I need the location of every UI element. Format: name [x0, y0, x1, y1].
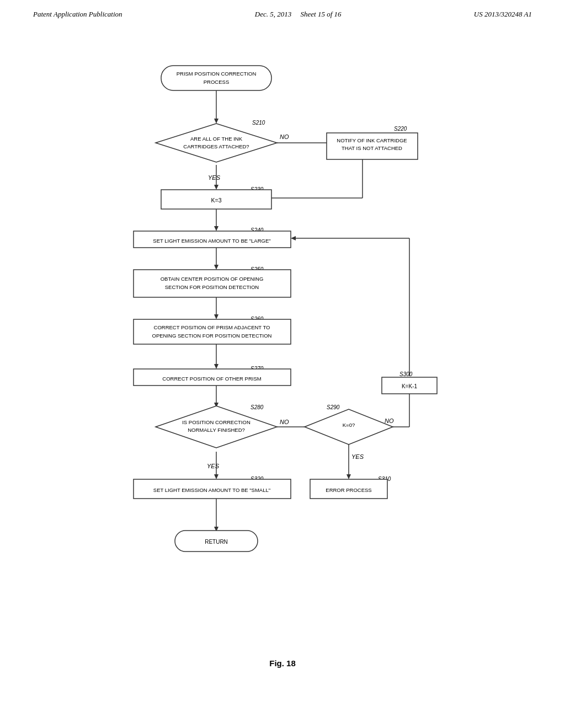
svg-text:NORMALLY FINISHED?: NORMALLY FINISHED? — [188, 427, 245, 433]
svg-marker-13 — [214, 314, 218, 319]
svg-text:OBTAIN CENTER POSITION OF OPEN: OBTAIN CENTER POSITION OF OPENING — [161, 276, 264, 282]
svg-text:YES: YES — [208, 174, 221, 181]
svg-rect-58 — [134, 270, 291, 297]
svg-marker-6 — [358, 141, 363, 145]
header-center: Dec. 5, 2013 Sheet 15 of 16 — [255, 10, 342, 19]
svg-text:S230: S230 — [250, 186, 264, 192]
svg-marker-17 — [214, 403, 218, 408]
svg-rect-82 — [175, 531, 258, 552]
svg-text:SET LIGHT EMISSION AMOUNT TO B: SET LIGHT EMISSION AMOUNT TO BE "SMALL" — [153, 487, 270, 493]
svg-text:IS POSITION CORRECTION: IS POSITION CORRECTION — [182, 419, 250, 425]
main-content: YES NO YES — [0, 19, 565, 690]
svg-text:S250: S250 — [250, 266, 264, 272]
svg-marker-26 — [407, 380, 412, 385]
svg-marker-22 — [319, 425, 324, 429]
svg-rect-52 — [161, 190, 271, 209]
svg-text:NO: NO — [280, 133, 289, 140]
svg-text:S220: S220 — [394, 126, 407, 132]
svg-rect-62 — [134, 319, 291, 344]
svg-text:S260: S260 — [250, 316, 264, 322]
svg-rect-77 — [134, 479, 291, 499]
svg-text:K=K-1: K=K-1 — [402, 383, 418, 389]
svg-text:PRISM POSITION CORRECTION: PRISM POSITION CORRECTION — [177, 71, 257, 77]
svg-text:NOTIFY OF INK CARTRIDGE: NOTIFY OF INK CARTRIDGE — [337, 137, 407, 143]
svg-marker-29 — [347, 474, 351, 479]
svg-marker-15 — [214, 364, 218, 369]
flowchart: YES NO YES — [89, 41, 476, 647]
svg-marker-40 — [249, 196, 254, 200]
svg-text:THAT IS NOT ATTACHED: THAT IS NOT ATTACHED — [342, 145, 402, 151]
svg-text:CORRECT POSITION OF OTHER PRIS: CORRECT POSITION OF OTHER PRISM — [162, 376, 261, 382]
svg-text:S240: S240 — [250, 227, 264, 233]
svg-text:S320: S320 — [250, 476, 264, 482]
header-right: US 2013/320248 A1 — [474, 10, 532, 19]
svg-marker-1 — [214, 119, 218, 124]
svg-text:OPENING SECTION FOR POSITION D: OPENING SECTION FOR POSITION DETECTION — [152, 333, 272, 339]
svg-text:ARE ALL OF THE INK: ARE ALL OF THE INK — [190, 136, 243, 142]
svg-text:YES: YES — [207, 463, 220, 469]
svg-rect-80 — [310, 479, 387, 499]
svg-text:PROCESS: PROCESS — [204, 79, 229, 85]
svg-marker-9 — [214, 226, 218, 231]
svg-marker-3 — [214, 185, 218, 190]
svg-marker-37 — [214, 527, 218, 532]
svg-marker-35 — [249, 236, 254, 240]
svg-text:S290: S290 — [327, 404, 340, 410]
svg-text:CARTRIDGES ATTACHED?: CARTRIDGES ATTACHED? — [183, 143, 249, 149]
svg-rect-69 — [382, 377, 437, 394]
svg-text:K=3: K=3 — [211, 197, 222, 204]
svg-text:SET LIGHT EMISSION AMOUNT TO B: SET LIGHT EMISSION AMOUNT TO BE "LARGE" — [153, 238, 270, 244]
svg-text:S280: S280 — [250, 404, 264, 410]
svg-text:CORRECT POSITION OF PRISM ADJA: CORRECT POSITION OF PRISM ADJACENT TO — [154, 324, 270, 330]
svg-rect-66 — [134, 369, 291, 386]
svg-text:S300: S300 — [399, 371, 413, 377]
flowchart-svg: YES NO YES — [89, 41, 476, 647]
svg-text:S310: S310 — [378, 476, 391, 482]
svg-text:NO: NO — [280, 419, 289, 425]
figure-caption: Fig. 18 — [269, 659, 296, 668]
page-header: Patent Application Publication Dec. 5, 2… — [0, 0, 565, 19]
svg-marker-33 — [291, 236, 296, 240]
svg-marker-19 — [214, 474, 218, 479]
svg-text:YES: YES — [351, 453, 364, 460]
svg-text:SECTION FOR POSITION DETECTION: SECTION FOR POSITION DETECTION — [165, 284, 259, 290]
svg-rect-48 — [327, 133, 418, 159]
header-left: Patent Application Publication — [33, 10, 122, 19]
svg-text:S270: S270 — [250, 366, 264, 372]
svg-text:S210: S210 — [252, 120, 265, 126]
svg-text:RETURN: RETURN — [205, 539, 228, 545]
svg-text:ERROR PROCESS: ERROR PROCESS — [326, 487, 371, 493]
svg-rect-55 — [134, 231, 291, 248]
svg-text:NO: NO — [385, 417, 394, 424]
svg-marker-11 — [214, 265, 218, 270]
svg-rect-41 — [161, 66, 271, 90]
svg-text:K=0?: K=0? — [343, 422, 355, 428]
